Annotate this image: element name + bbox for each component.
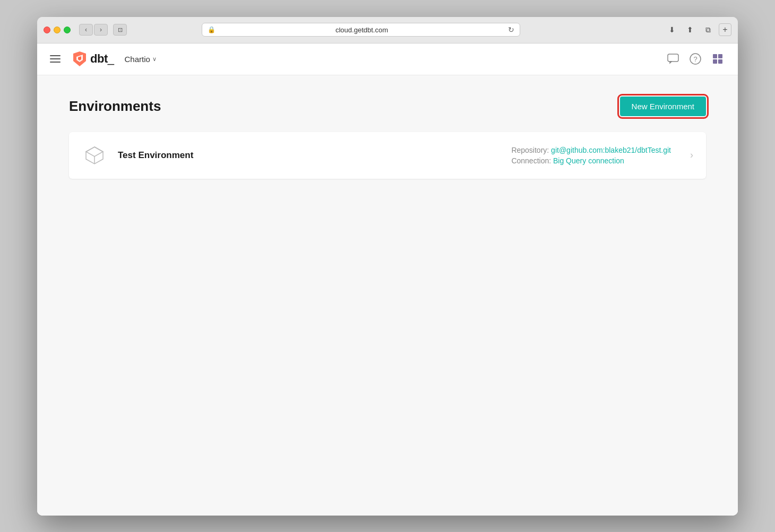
fullscreen-button[interactable] [64,27,71,33]
svg-rect-4 [718,54,722,58]
nav-buttons: ‹ › [79,24,108,36]
traffic-lights [44,27,71,33]
url-text: cloud.getdbt.com [219,26,505,34]
svg-rect-5 [713,59,717,64]
svg-rect-6 [718,59,722,64]
close-button[interactable] [44,27,50,33]
connection-row: Connection: Big Query connection [511,156,671,165]
address-bar[interactable]: 🔒 cloud.getdbt.com ↻ [202,23,520,37]
page-title: Environments [69,98,161,115]
forward-button[interactable]: › [94,24,108,36]
svg-rect-0 [668,54,678,62]
logo-area: dbt_ [71,50,114,67]
hamburger-line [50,55,61,56]
connection-value[interactable]: Big Query connection [553,156,624,165]
lock-icon: 🔒 [208,26,216,33]
environment-details: Repository: git@github.com:blakeb21/dbtT… [511,146,671,165]
share-button[interactable]: ⬆ [683,23,698,37]
svg-text:?: ? [693,55,697,63]
svg-rect-3 [713,54,717,58]
repository-row: Repository: git@github.com:blakeb21/dbtT… [511,146,671,154]
org-name: Chartio [124,55,150,64]
hamburger-line [50,58,61,59]
minimize-button[interactable] [54,27,61,33]
connection-label: Connection: [511,156,553,165]
header-right: ? [664,49,727,68]
dbt-brand-text: dbt_ [90,52,114,66]
refresh-button[interactable]: ↻ [508,25,514,34]
app-header: dbt_ Chartio ∨ ? [37,43,738,75]
environment-card[interactable]: Test Environment Repository: git@github.… [69,132,706,179]
app-container: dbt_ Chartio ∨ ? [37,43,738,516]
browser-window: ‹ › ⊡ 🔒 cloud.getdbt.com ↻ ⬇ ⬆ ⧉ + [37,17,738,516]
help-icon-button[interactable]: ? [686,49,705,68]
browser-actions: ⬇ ⬆ ⧉ + [665,23,731,37]
chevron-down-icon: ∨ [152,56,157,63]
new-environment-button[interactable]: New Environment [620,97,706,116]
page-header: Environments New Environment [69,97,706,116]
environment-name: Test Environment [118,150,213,161]
svg-marker-8 [86,147,103,156]
chat-icon-button[interactable] [664,49,683,68]
repository-value[interactable]: git@github.com:blakeb21/dbtTest.git [551,146,671,154]
repository-label: Repository: [511,146,551,154]
back-button[interactable]: ‹ [79,24,93,36]
org-selector[interactable]: Chartio ∨ [124,55,156,64]
download-button[interactable]: ⬇ [665,23,679,37]
tab-view-button[interactable]: ⊡ [113,24,127,36]
main-content: Environments New Environment Test Enviro… [37,75,738,516]
browser-chrome: ‹ › ⊡ 🔒 cloud.getdbt.com ↻ ⬇ ⬆ ⧉ + [37,17,738,43]
window-button[interactable]: ⧉ [701,23,716,37]
new-tab-button[interactable]: + [719,23,731,36]
chevron-right-icon: › [690,150,693,161]
hamburger-menu-button[interactable] [48,53,63,65]
environment-icon [82,143,107,168]
dbt-logo-icon [71,50,88,67]
extensions-icon-button[interactable] [708,49,727,68]
hamburger-line [50,62,61,63]
